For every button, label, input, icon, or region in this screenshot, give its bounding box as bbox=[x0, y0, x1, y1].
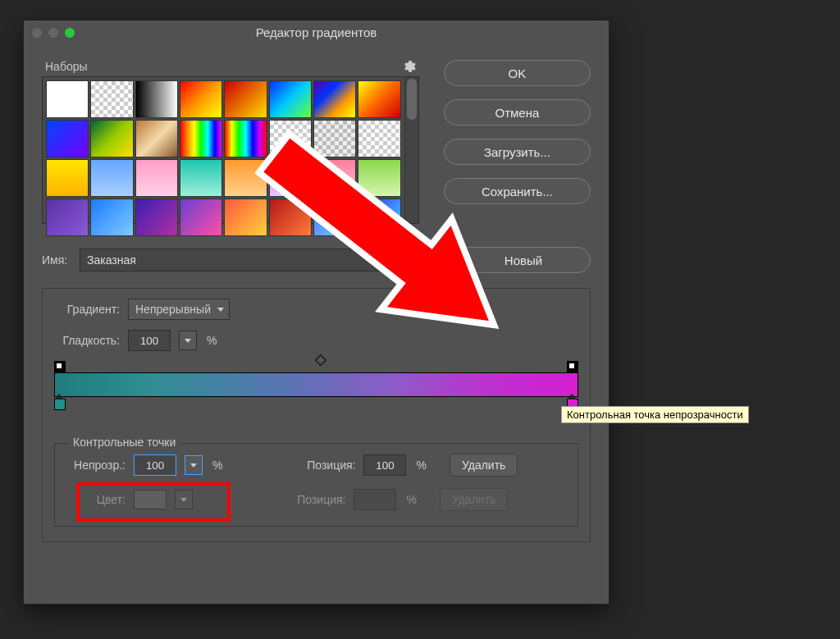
preset-swatch[interactable] bbox=[224, 120, 267, 157]
gradient-type-label: Градиент: bbox=[54, 303, 120, 316]
position-label-1: Позиция: bbox=[296, 459, 355, 472]
preset-swatch[interactable] bbox=[358, 199, 400, 236]
gradient-editor-window: Редактор градиентов Наборы bbox=[23, 20, 609, 605]
opacity-position-input[interactable] bbox=[363, 454, 406, 476]
color-stop-left[interactable] bbox=[54, 399, 66, 410]
color-stepper bbox=[175, 490, 193, 509]
preset-swatch[interactable] bbox=[269, 199, 312, 236]
delete-color-stop-button: Удалить bbox=[440, 488, 508, 511]
color-position-input bbox=[354, 489, 396, 510]
gradient-editor-area bbox=[54, 361, 578, 410]
preset-swatch[interactable] bbox=[135, 199, 178, 236]
gradient-type-select[interactable]: Непрерывный bbox=[128, 299, 230, 320]
preset-swatch[interactable] bbox=[180, 80, 222, 118]
save-button[interactable]: Сохранить... bbox=[444, 178, 591, 204]
preset-swatch[interactable] bbox=[135, 120, 178, 157]
preset-swatch[interactable] bbox=[135, 159, 178, 197]
opacity-midpoint[interactable] bbox=[314, 354, 326, 366]
opacity-label: Непрозр.: bbox=[66, 459, 126, 472]
preset-swatch[interactable] bbox=[224, 159, 267, 197]
preset-swatch[interactable] bbox=[358, 80, 400, 118]
smoothness-label: Гладкость: bbox=[54, 334, 120, 347]
preset-swatch[interactable] bbox=[90, 120, 133, 157]
preset-swatch[interactable] bbox=[224, 199, 267, 236]
presets-scrollbar[interactable] bbox=[404, 77, 418, 223]
smoothness-input[interactable] bbox=[128, 330, 171, 351]
color-label: Цвет: bbox=[66, 493, 126, 506]
name-input[interactable] bbox=[80, 249, 418, 272]
window-title: Редактор градиентов bbox=[24, 25, 609, 39]
preset-swatch[interactable] bbox=[313, 199, 356, 236]
preset-swatch[interactable] bbox=[269, 159, 312, 197]
preset-swatch[interactable] bbox=[46, 199, 89, 236]
preset-swatch[interactable] bbox=[313, 120, 356, 157]
position-label-2: Позиция: bbox=[286, 493, 345, 506]
preset-swatch[interactable] bbox=[135, 80, 178, 118]
load-button[interactable]: Загрузить... bbox=[444, 139, 591, 165]
preset-swatch[interactable] bbox=[269, 120, 312, 157]
preset-swatch[interactable] bbox=[180, 159, 222, 197]
presets-label: Наборы bbox=[45, 60, 88, 73]
preset-swatch[interactable] bbox=[46, 80, 89, 118]
preset-swatch[interactable] bbox=[46, 120, 89, 157]
preset-swatch[interactable] bbox=[358, 120, 400, 157]
gradient-bar[interactable] bbox=[54, 372, 578, 397]
new-button[interactable]: Новый bbox=[456, 247, 591, 273]
chevron-down-icon bbox=[217, 308, 224, 312]
gear-icon[interactable] bbox=[403, 60, 416, 73]
preset-swatch[interactable] bbox=[180, 120, 222, 157]
preset-swatch[interactable] bbox=[90, 80, 133, 118]
opacity-input[interactable] bbox=[134, 454, 176, 476]
name-label: Имя: bbox=[42, 253, 71, 267]
color-swatch bbox=[134, 490, 167, 509]
preset-swatch[interactable] bbox=[269, 80, 312, 118]
preset-swatch[interactable] bbox=[46, 159, 89, 197]
opacity-stop-right[interactable] bbox=[567, 361, 578, 372]
opacity-stepper[interactable] bbox=[185, 455, 203, 475]
titlebar: Редактор градиентов bbox=[24, 21, 609, 45]
smoothness-stepper[interactable] bbox=[179, 331, 197, 350]
opacity-stop-left[interactable] bbox=[54, 361, 66, 372]
presets-box bbox=[42, 76, 419, 224]
delete-opacity-stop-button[interactable]: Удалить bbox=[450, 454, 518, 477]
preset-swatch[interactable] bbox=[313, 159, 356, 197]
stops-legend: Контрольные точки bbox=[68, 436, 180, 449]
preset-swatch[interactable] bbox=[90, 159, 133, 197]
ok-button[interactable]: OK bbox=[444, 60, 591, 86]
cancel-button[interactable]: Отмена bbox=[444, 99, 591, 126]
preset-swatch[interactable] bbox=[313, 80, 356, 118]
preset-swatch[interactable] bbox=[180, 199, 222, 236]
preset-swatch[interactable] bbox=[90, 199, 133, 236]
preset-swatch[interactable] bbox=[358, 159, 400, 197]
preset-swatch[interactable] bbox=[224, 80, 267, 118]
gradient-group: Градиент: Непрерывный Гладкость: % bbox=[42, 288, 591, 542]
tooltip: Контрольная точка непрозрачности bbox=[561, 406, 749, 423]
stops-group: Контрольные точки Непрозр.: % Позиция: %… bbox=[54, 443, 578, 527]
